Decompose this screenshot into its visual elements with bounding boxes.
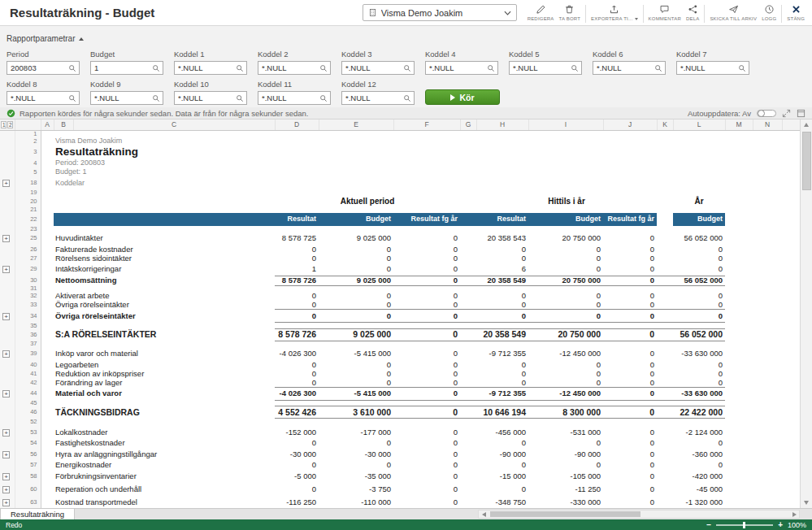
param-input-budget[interactable]: 1: [90, 61, 163, 75]
value-cell[interactable]: 0: [275, 461, 319, 470]
value-cell[interactable]: 0: [319, 292, 393, 301]
value-cell[interactable]: -12 450 000: [528, 347, 603, 360]
row-number[interactable]: 37: [15, 341, 41, 347]
value-cell[interactable]: 0: [393, 483, 460, 496]
value-cell[interactable]: 0: [603, 461, 657, 470]
value-cell[interactable]: 0: [528, 369, 603, 378]
value-cell[interactable]: 0: [603, 369, 657, 378]
value-cell[interactable]: 0: [393, 276, 460, 285]
value-cell[interactable]: 9 025 000: [319, 328, 393, 341]
value-cell[interactable]: 0: [319, 245, 393, 254]
expand-button[interactable]: [2, 429, 10, 437]
value-cell[interactable]: 56 052 000: [673, 328, 725, 341]
value-cell[interactable]: -30 000: [319, 448, 393, 461]
row-number[interactable]: 30: [15, 276, 41, 285]
value-cell[interactable]: -35 000: [319, 470, 393, 483]
outline-level-buttons[interactable]: 12: [0, 119, 15, 130]
value-cell[interactable]: 0: [673, 263, 725, 276]
param-input-koddel-1[interactable]: *.NULL: [174, 61, 247, 75]
param-input-koddel-8[interactable]: *.NULL: [7, 91, 80, 105]
value-cell[interactable]: 0: [528, 360, 603, 369]
horizontal-scrollbar[interactable]: [478, 510, 800, 519]
select-all-corner[interactable]: [15, 119, 41, 130]
account-name-cell[interactable]: Rörelsens sidointäkter: [54, 254, 275, 263]
row-number[interactable]: 52: [15, 419, 41, 426]
expand-button[interactable]: [2, 350, 10, 358]
account-name-cell[interactable]: Reperation och underhåll: [54, 483, 275, 496]
account-name-cell[interactable]: Energikostnader: [54, 461, 275, 470]
value-cell[interactable]: 0: [603, 483, 657, 496]
value-cell[interactable]: 0: [319, 263, 393, 276]
value-cell[interactable]: 0: [603, 439, 657, 448]
column-header-F[interactable]: F: [393, 119, 460, 130]
value-cell[interactable]: 0: [275, 483, 319, 496]
zoom-slider[interactable]: [716, 524, 773, 526]
row-number[interactable]: 20: [15, 196, 41, 206]
column-header-M[interactable]: M: [725, 119, 753, 130]
value-cell[interactable]: 0: [319, 360, 393, 369]
rapportparametrar-toggle[interactable]: Rapportparametrar: [7, 34, 84, 43]
value-cell[interactable]: -12 450 000: [528, 387, 603, 400]
value-cell[interactable]: 0: [393, 448, 460, 461]
account-name-cell[interactable]: Aktiverat arbete: [54, 292, 275, 301]
value-cell[interactable]: 0: [319, 439, 393, 448]
value-cell[interactable]: -90 000: [528, 448, 603, 461]
row-number[interactable]: 26: [15, 245, 41, 254]
expand-button[interactable]: [2, 266, 10, 273]
account-name-cell[interactable]: Inköp varor och material: [54, 347, 275, 360]
account-name-cell[interactable]: Legoarbeten: [54, 360, 275, 369]
account-name-cell[interactable]: Material och varor: [54, 387, 275, 400]
row-number[interactable]: 27: [15, 254, 41, 263]
value-cell[interactable]: 0: [476, 310, 528, 323]
account-name-cell[interactable]: S:A RÖRELSEINTÄKTER: [54, 328, 275, 341]
value-cell[interactable]: 0: [603, 378, 657, 387]
zoom-in-button[interactable]: +: [778, 521, 783, 529]
value-cell[interactable]: 0: [319, 378, 393, 387]
value-cell[interactable]: 20 750 000: [528, 276, 603, 285]
horizontal-scroll-track[interactable]: [489, 510, 789, 518]
kommentar-button[interactable]: KOMMENTAR: [646, 2, 684, 23]
account-name-cell[interactable]: TÄCKNINGSBIDRAG: [54, 406, 275, 419]
scroll-right-arrow[interactable]: [789, 510, 799, 518]
value-cell[interactable]: -110 000: [319, 496, 393, 509]
value-cell[interactable]: 20 750 000: [528, 232, 603, 245]
expand-button[interactable]: [2, 499, 10, 506]
ta-bort-button[interactable]: TA BORT: [557, 2, 584, 23]
value-cell[interactable]: 0: [603, 276, 657, 285]
row-number[interactable]: 22: [15, 213, 41, 226]
column-header-N[interactable]: N: [753, 119, 782, 130]
expand-button[interactable]: [2, 180, 10, 187]
value-cell[interactable]: 0: [603, 496, 657, 509]
sheet-tab-resultatrakning[interactable]: Resultaträkning: [0, 509, 75, 519]
value-cell[interactable]: 0: [603, 263, 657, 276]
value-cell[interactable]: 0: [319, 254, 393, 263]
param-input-koddel-6[interactable]: *.NULL: [593, 61, 666, 75]
column-header-E[interactable]: E: [319, 119, 393, 130]
param-input-koddel-4[interactable]: *.NULL: [425, 61, 498, 75]
value-cell[interactable]: 0: [275, 310, 319, 323]
column-header-H[interactable]: H: [476, 119, 528, 130]
company-selector[interactable]: Visma Demo Joakim: [363, 4, 517, 21]
value-cell[interactable]: 0: [393, 470, 460, 483]
row-number[interactable]: 40: [15, 360, 41, 369]
row-number[interactable]: 1: [15, 130, 41, 137]
outline-level-2[interactable]: 2: [7, 121, 13, 128]
value-cell[interactable]: 0: [275, 439, 319, 448]
value-cell[interactable]: 0: [275, 254, 319, 263]
value-cell[interactable]: 0: [528, 263, 603, 276]
value-cell[interactable]: 8 578 725: [275, 232, 319, 245]
account-name-cell[interactable]: Kostnad transportmedel: [54, 496, 275, 509]
row-number[interactable]: 46: [15, 406, 41, 419]
expand-button[interactable]: [2, 235, 10, 242]
value-cell[interactable]: 0: [476, 369, 528, 378]
value-cell[interactable]: -348 750: [476, 496, 528, 509]
value-cell[interactable]: 0: [393, 310, 460, 323]
cell-text[interactable]: Visma Demo Joakim: [54, 137, 800, 146]
row-number[interactable]: 36: [15, 328, 41, 341]
column-header-I[interactable]: I: [528, 119, 603, 130]
value-cell[interactable]: 0: [603, 292, 657, 301]
exportera-button[interactable]: EXPORTERA TI...: [588, 2, 640, 23]
value-cell[interactable]: -90 000: [476, 448, 528, 461]
value-cell[interactable]: 0: [603, 406, 657, 419]
account-name-cell[interactable]: Förändring av lager: [54, 378, 275, 387]
